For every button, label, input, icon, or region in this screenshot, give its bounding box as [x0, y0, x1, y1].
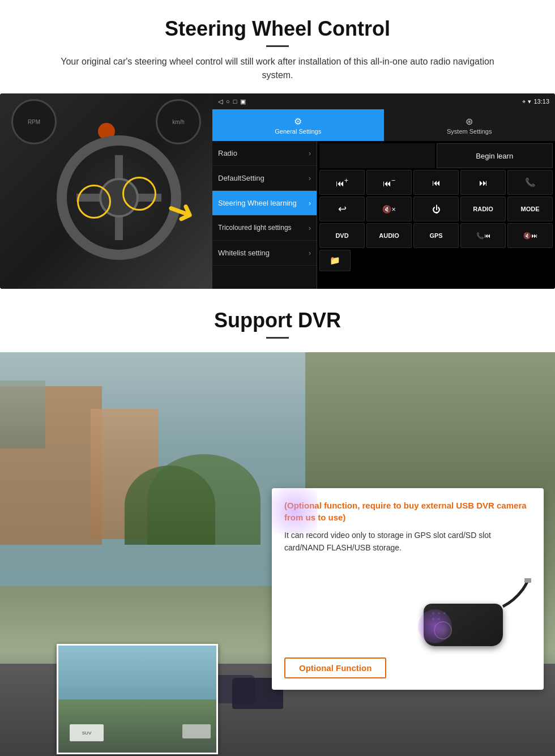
phone-button[interactable]: 📞: [507, 170, 553, 195]
dvr-camera-device: [407, 578, 531, 646]
android-status-bar: ◁ ○ □ ▣ ⌖ ▾ 13:13: [212, 93, 555, 109]
gps-button[interactable]: GPS: [413, 223, 459, 248]
menu-tricoloured-label: Tricoloured light settings: [218, 224, 292, 232]
seicane-logo: Seicane: [252, 754, 303, 756]
prev-icon: ⏮: [432, 178, 441, 187]
radio-label: RADIO: [473, 206, 493, 212]
begin-learn-row: Begin learn: [319, 143, 553, 168]
menu-steering-label: Steering Wheel learning: [218, 199, 297, 208]
vol-up-button[interactable]: ⏮+: [319, 170, 365, 195]
camera-glow: [418, 609, 452, 643]
menu-item-tricoloured[interactable]: Tricoloured light settings ›: [212, 216, 317, 241]
menu-item-whitelist[interactable]: Whitelist setting ›: [212, 241, 317, 266]
menu-whitelist-chevron: ›: [309, 249, 311, 257]
nav-menu-icon: ▣: [240, 98, 246, 105]
right-button-highlight: [122, 177, 156, 211]
menu-radio-chevron: ›: [309, 150, 311, 157]
audio-label: AUDIO: [379, 232, 399, 239]
file-icon: 📁: [330, 255, 340, 266]
dvr-section: Support DVR SUV Seicane: [0, 289, 555, 756]
phone-prev-button[interactable]: 📞⏮: [460, 223, 506, 248]
dvr-title: Support DVR: [23, 309, 532, 332]
control-row-3: DVD AUDIO GPS 📞⏮ 🔇⏭: [319, 223, 553, 248]
power-icon: ⏻: [432, 204, 441, 214]
gps-icon: ⌖: [522, 98, 526, 105]
settings-tabs-row: ⚙ General Settings ⊛ System Settings: [212, 109, 555, 141]
next-track-button[interactable]: ⏭: [460, 170, 506, 195]
begin-learn-label: Begin learn: [476, 152, 513, 160]
dvr-heading: Support DVR: [0, 289, 555, 352]
dvr-optional-orange-text: (Optional function, require to buy exter…: [284, 499, 531, 523]
optional-function-button[interactable]: Optional Function: [284, 657, 386, 678]
mute-button[interactable]: 🔇×: [366, 197, 412, 221]
steering-demo-container: RPM km/h ➜ ◁ ○ □ ▣ ⌖: [0, 93, 555, 289]
next-icon: ⏭: [479, 178, 488, 187]
radio-button[interactable]: RADIO: [460, 197, 506, 221]
back-button[interactable]: ↩: [319, 197, 365, 221]
menu-item-radio[interactable]: Radio ›: [212, 141, 317, 166]
nav-recent-icon: □: [233, 98, 237, 105]
mode-button[interactable]: MODE: [507, 197, 553, 221]
nav-home-icon: ○: [226, 98, 230, 105]
optional-function-label: Optional Function: [299, 663, 372, 673]
control-row-2: ↩ 🔇× ⏻ RADIO MODE: [319, 197, 553, 221]
steering-title: Steering Wheel Control: [23, 17, 532, 41]
tab-system-settings[interactable]: ⊛ System Settings: [384, 109, 556, 141]
dvr-screenshot-thumbnail: SUV: [57, 644, 218, 754]
dvd-button[interactable]: DVD: [319, 223, 365, 248]
building-far-left: [0, 381, 45, 449]
general-settings-icon: ⚙: [294, 116, 302, 127]
menu-item-default-setting[interactable]: DefaultSetting ›: [212, 166, 317, 191]
mute-next-icon: 🔇⏭: [523, 232, 537, 240]
title-divider: [266, 45, 289, 47]
steering-wheel-image: RPM km/h ➜: [0, 93, 212, 289]
phone-icon: 📞: [525, 177, 536, 187]
menu-steering-chevron: ›: [309, 199, 311, 207]
menu-default-chevron: ›: [309, 174, 311, 182]
signal-icon: ▾: [528, 98, 531, 105]
dvr-info-card: (Optional function, require to buy exter…: [272, 488, 544, 690]
vol-down-icon: ⏮−: [383, 177, 395, 188]
status-icons-group: ⌖ ▾ 13:13: [522, 98, 549, 105]
left-button-highlight: [77, 185, 111, 219]
steering-description: Your original car's steering wheel contr…: [45, 55, 510, 82]
menu-item-steering-wheel[interactable]: Steering Wheel learning ›: [212, 191, 317, 216]
vol-up-icon: ⏮+: [336, 177, 348, 188]
prev-track-button[interactable]: ⏮: [413, 170, 459, 195]
menu-default-label: DefaultSetting: [218, 174, 264, 183]
vol-down-button[interactable]: ⏮−: [366, 170, 412, 195]
dvr-body-text: It can record video only to storage in G…: [284, 529, 531, 554]
nav-back-icon: ◁: [218, 98, 223, 105]
optional-function-container: Optional Function: [284, 657, 531, 678]
menu-whitelist-label: Whitelist setting: [218, 249, 270, 258]
mode-label: MODE: [521, 206, 540, 212]
hedge-2: [125, 465, 215, 545]
steering-control-panel: Begin learn ⏮+ ⏮− ⏮ ⏭: [317, 141, 555, 289]
control-row-4: 📁: [319, 250, 553, 271]
dvr-divider: [266, 337, 289, 339]
steering-wheel-circle: [57, 135, 181, 260]
back-icon: ↩: [338, 203, 347, 215]
audio-button[interactable]: AUDIO: [366, 223, 412, 248]
panel-empty-space: [352, 250, 553, 271]
steering-wheel-section: Steering Wheel Control Your original car…: [0, 0, 555, 82]
power-button[interactable]: ⏻: [413, 197, 459, 221]
menu-radio-label: Radio: [218, 149, 237, 158]
android-settings-ui: ◁ ○ □ ▣ ⌖ ▾ 13:13 ⚙ General Settings ⊛ S…: [212, 93, 555, 289]
dvd-label: DVD: [335, 232, 348, 239]
mute-next-button[interactable]: 🔇⏭: [507, 223, 553, 248]
gps-label: GPS: [429, 232, 442, 239]
dvr-device-illustration: [284, 561, 531, 652]
dvr-background-area: SUV Seicane (Optional function, require …: [0, 352, 555, 756]
file-icon-button[interactable]: 📁: [319, 250, 351, 271]
mute-icon: 🔇×: [382, 205, 396, 213]
system-settings-icon: ⊛: [466, 116, 473, 127]
settings-menu-list: Radio › DefaultSetting › Steering Wheel …: [212, 141, 317, 289]
begin-learn-empty: [319, 143, 435, 168]
svg-rect-0: [524, 578, 531, 583]
tab-system-label: System Settings: [447, 128, 492, 135]
begin-learn-button[interactable]: Begin learn: [437, 143, 553, 168]
tab-general-settings[interactable]: ⚙ General Settings: [212, 109, 384, 141]
tab-general-label: General Settings: [275, 128, 321, 135]
time-display: 13:13: [533, 98, 549, 105]
